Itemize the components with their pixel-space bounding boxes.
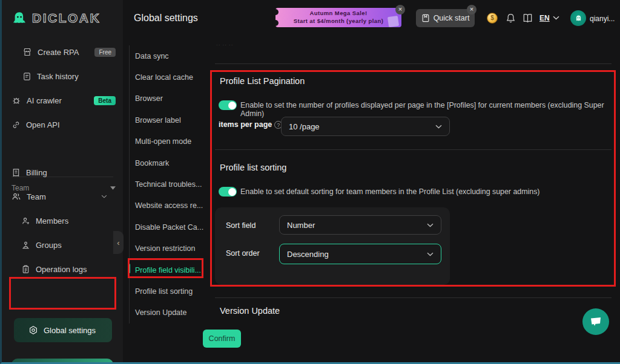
logo-text: DICLOAK — [32, 11, 101, 25]
chat-bubble-icon — [589, 316, 602, 328]
team-people-icon — [12, 192, 21, 201]
menu-item-multi-open-mode[interactable]: Multi-open mode — [135, 131, 209, 152]
clipboard-icon — [21, 265, 30, 274]
sidebar-item-operation-logs[interactable]: Operation logs — [12, 257, 116, 281]
sorting-toggle-description: Enable to set default sorting for team m… — [240, 187, 613, 196]
beta-badge: Beta — [94, 96, 116, 105]
menu-item-data-sync[interactable]: Data sync — [135, 45, 209, 67]
section-divider — [215, 297, 612, 298]
sidebar: Create RPA Free Task history AI crawler … — [2, 36, 123, 364]
sidebar-item-groups[interactable]: Groups — [12, 233, 116, 257]
sidebar-item-label: Task history — [37, 72, 79, 81]
chevron-down-icon — [101, 195, 107, 198]
pagination-section-title: Profile List Pagination — [220, 76, 305, 86]
sort-order-label: Sort order — [226, 249, 260, 258]
billing-receipt-icon — [12, 168, 21, 177]
book-guide-icon — [421, 14, 430, 22]
free-badge: Free — [94, 48, 116, 57]
menu-item-version-update[interactable]: Version Update — [135, 302, 209, 323]
sort-field-select[interactable]: Number — [279, 215, 441, 235]
sidebar-collapse-button[interactable]: ‹ — [113, 231, 124, 254]
menu-item-browser[interactable]: Browser — [135, 88, 209, 109]
items-per-page-label: items per page ? — [219, 120, 282, 129]
username-label[interactable]: qianyi... — [590, 15, 615, 23]
sidebar-item-ai-crawler[interactable]: AI crawler Beta — [12, 88, 116, 112]
sort-field-value: Number — [287, 221, 315, 230]
gift-icon — [388, 16, 399, 27]
logo[interactable]: DICLOAK — [2, 0, 123, 36]
sort-order-value: Descending — [287, 250, 329, 259]
menu-item-website-access[interactable]: Website access re... — [135, 195, 209, 216]
groups-icon — [21, 241, 30, 250]
sort-order-select[interactable]: Descending — [279, 244, 441, 264]
page-title: Global settings — [134, 13, 198, 24]
pagination-toggle[interactable] — [219, 100, 237, 110]
sidebar-item-open-api[interactable]: Open API — [12, 112, 116, 137]
chat-support-button[interactable] — [582, 308, 609, 335]
sale-banner-line1: Autumn Mega Sale! — [310, 10, 368, 18]
menu-item-disable-packet-capture[interactable]: Disable Packet Ca... — [135, 216, 209, 238]
sidebar-item-create-rpa[interactable]: Create RPA Free — [12, 40, 116, 64]
avatar[interactable] — [570, 10, 586, 26]
menu-item-technical-troubleshooting[interactable]: Technical troubles... — [135, 174, 209, 195]
app-window: DICLOAK Global settings Autumn Mega Sale… — [0, 0, 620, 364]
sidebar-item-label: Team — [27, 192, 46, 201]
bell-icon[interactable] — [506, 13, 516, 24]
chevron-down-icon — [427, 223, 434, 227]
api-link-icon — [12, 120, 21, 129]
quick-start-close-icon[interactable]: × — [467, 5, 477, 15]
section-divider — [215, 149, 612, 150]
sidebar-item-billing[interactable]: Billing — [12, 160, 116, 184]
sidebar-item-label: Members — [36, 216, 68, 226]
menu-item-profile-field-visibility[interactable]: Profile field visibili... — [135, 259, 209, 281]
storefront-icon — [22, 47, 32, 57]
sidebar-item-label: Billing — [26, 168, 47, 177]
menu-item-profile-list-sorting[interactable]: Profile list sorting — [135, 281, 209, 302]
global-settings-icon — [28, 325, 38, 335]
sale-banner-line2: Start at $4/month (yearly plan) — [294, 18, 384, 25]
header: DICLOAK Global settings Autumn Mega Sale… — [2, 0, 620, 36]
sidebar-item-task-history[interactable]: Task history — [12, 64, 116, 88]
dicloak-ghost-icon — [12, 10, 27, 26]
member-person-icon — [21, 216, 30, 226]
sort-field-label: Sort field — [226, 221, 256, 230]
sidebar-item-global-settings[interactable]: Global settings — [14, 318, 112, 342]
menu-item-browser-label[interactable]: Browser label — [135, 109, 209, 131]
sidebar-item-members[interactable]: Members — [12, 209, 116, 233]
section-divider — [215, 63, 612, 64]
sidebar-item-team[interactable]: Team — [12, 184, 116, 209]
crawler-bug-icon — [12, 96, 21, 105]
menu-item-bookmark[interactable]: Bookmark — [135, 152, 209, 174]
coin-icon[interactable]: $ — [487, 13, 498, 24]
settings-menu: Data sync Clear local cache Browser Brow… — [129, 45, 209, 323]
plan-card[interactable]: Plus Expire 2025-12-31 — [12, 359, 113, 364]
document-icon — [22, 72, 31, 81]
sidebar-item-label: Global settings — [44, 326, 96, 335]
items-per-page-select[interactable]: 10 /page — [281, 117, 450, 136]
version-update-section-title: Version Update — [220, 306, 280, 316]
clipped-scrolled-text: ·· ·· ·· — [216, 42, 233, 48]
confirm-button[interactable]: Confirm — [203, 330, 241, 348]
sorting-toggle[interactable] — [219, 187, 237, 197]
quick-start-label: Quick start — [434, 14, 470, 22]
sorting-card: Sort field Number Sort order Descending — [215, 207, 450, 285]
sidebar-item-label: Create RPA — [38, 48, 79, 57]
main-content: ·· ·· ·· Profile List Pagination Enable … — [210, 36, 620, 364]
active-menu-indicator — [128, 264, 130, 273]
chevron-down-icon — [435, 125, 442, 129]
sidebar-item-label: Open API — [26, 120, 60, 129]
sorting-section-title: Profile list sorting — [220, 163, 286, 172]
sale-banner[interactable]: Autumn Mega Sale! Start at $4/month (yea… — [275, 8, 401, 27]
pagination-toggle-description: Enable to set the number of profiles dis… — [240, 101, 613, 118]
language-selector[interactable]: EN — [539, 14, 550, 22]
menu-item-version-restriction[interactable]: Version restriction — [135, 238, 209, 259]
docs-book-icon[interactable] — [522, 13, 533, 24]
chevron-down-icon[interactable] — [553, 16, 559, 20]
sale-banner-close-icon[interactable]: × — [395, 5, 405, 15]
quick-start-button[interactable]: Quick start — [416, 9, 475, 27]
sidebar-item-label: Operation logs — [36, 265, 87, 274]
sidebar-item-label: Groups — [36, 241, 62, 250]
sidebar-item-label: AI crawler — [27, 96, 62, 105]
chevron-down-icon — [427, 252, 434, 256]
menu-item-clear-local-cache[interactable]: Clear local cache — [135, 67, 209, 88]
